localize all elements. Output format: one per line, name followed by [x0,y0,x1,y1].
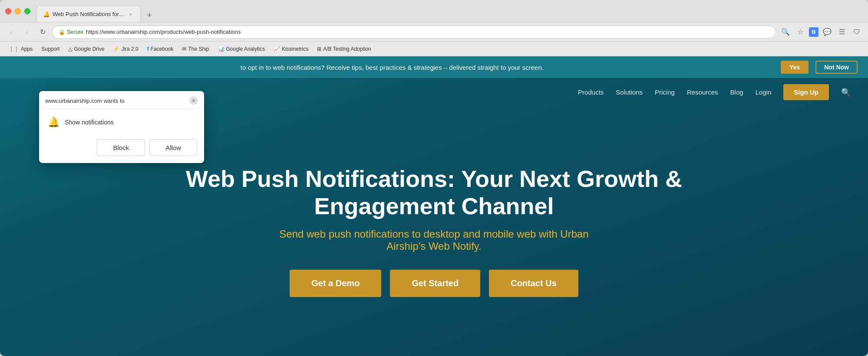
get-started-button[interactable]: Get Started [390,270,480,297]
nav-search-icon[interactable]: 🔍 [841,88,851,97]
nav-products[interactable]: Products [578,88,604,96]
get-demo-button[interactable]: Get a Demo [290,270,381,297]
block-button[interactable]: Block [97,139,145,156]
hero-buttons: Get a Demo Get Started Contact Us [290,270,578,297]
notification-yes-button[interactable]: Yes [781,61,809,74]
back-button[interactable]: ‹ [5,26,17,38]
title-bar: 🔔 Web Push Notifications for De × + [0,0,868,23]
search-icon[interactable]: 🔍 [779,26,792,38]
dialog-actions: Block Allow [39,136,204,163]
allow-button[interactable]: Allow [149,139,197,156]
bookmark-theship[interactable]: ✉ The Ship [178,45,212,53]
nav-pricing[interactable]: Pricing [655,88,675,96]
dialog-close-button[interactable]: × [189,96,198,105]
dialog-header: www.urbanairship.com wants to × [39,91,204,109]
facebook-icon: f [147,46,149,52]
secure-badge: 🔒 Secure [59,29,83,35]
theship-icon: ✉ [182,46,186,52]
tab-title: Web Push Notifications for De [53,11,125,17]
bookmark-abtesting[interactable]: ⊞ A/B Testing Adoption [314,45,375,53]
notification-banner-text: to opt in to web notifications? Receive … [10,64,774,71]
apps-icon: ⋮⋮ [9,46,19,52]
address-input[interactable]: 🔒 Secure https://www.urbanairship.com/pr… [52,26,776,39]
menu-extension-icon[interactable]: ☰ [836,26,848,38]
hero-title: Web Push Notifications: Your Next Growth… [174,165,695,219]
bookmark-facebook-label: Facebook [151,46,174,52]
address-bar: ‹ › ↻ 🔒 Secure https://www.urbanairship.… [0,23,868,42]
bookmarks-bar: ⋮⋮ Apps Support △ Google Drive ⚡ Jira 2.… [0,42,868,56]
bookmark-apps[interactable]: ⋮⋮ Apps [5,45,36,53]
googleanalytics-icon: 📊 [218,46,224,52]
bell-icon: 🔔 [48,117,59,128]
bookmark-googleanalytics[interactable]: 📊 Google Analytics [215,45,268,53]
bookmark-jira[interactable]: ⚡ Jira 2.0 [109,45,142,53]
close-traffic-light[interactable] [5,8,11,14]
shield-extension-icon[interactable]: 🛡 [851,26,863,38]
browser-window: 🔔 Web Push Notifications for De × + ‹ › … [0,0,868,356]
minimize-traffic-light[interactable] [15,8,21,14]
bookmark-kissmetrics[interactable]: 📈 Kissmetrics [270,45,312,53]
dialog-body: 🔔 Show notifications [39,109,204,136]
bookmark-support-label: Support [41,46,59,52]
forward-icon: › [26,28,28,36]
new-tab-button[interactable]: + [142,8,156,22]
notification-banner: to opt in to web notifications? Receive … [0,56,868,78]
bookmark-googleanalytics-label: Google Analytics [226,46,265,52]
bookmark-googledrive-label: Google Drive [74,46,104,52]
bookmark-facebook[interactable]: f Facebook [144,45,177,53]
bookmark-apps-label: Apps [21,46,33,52]
chat-extension-icon[interactable]: 💬 [821,26,833,38]
lock-icon: 🔒 [59,29,65,35]
active-tab[interactable]: 🔔 Web Push Notifications for De × [36,6,141,22]
secure-label: Secure [67,29,83,35]
forward-button[interactable]: › [21,26,33,38]
nav-signup-button[interactable]: Sign Up [783,84,829,100]
refresh-icon: ↻ [40,28,46,36]
permission-dialog: www.urbanairship.com wants to × 🔔 Show n… [39,91,204,163]
bookmark-abtesting-label: A/B Testing Adoption [323,46,371,52]
contact-us-button[interactable]: Contact Us [489,270,578,297]
refresh-button[interactable]: ↻ [36,26,49,38]
url-text[interactable]: https://www.urbanairship.com/products/we… [86,29,769,35]
kissmetrics-icon: 📈 [274,46,280,52]
nav-login[interactable]: Login [756,88,772,96]
bookmark-theship-label: The Ship [188,46,209,52]
bookmark-googledrive[interactable]: △ Google Drive [65,45,108,53]
tab-favicon: 🔔 [43,11,50,18]
page-content: to opt in to web notifications? Receive … [0,56,868,356]
notification-not-now-button[interactable]: Not Now [815,61,858,74]
nav-resources[interactable]: Resources [687,88,718,96]
extension-b-icon[interactable]: B [809,27,818,37]
tab-close-button[interactable]: × [127,11,134,18]
bookmark-star-icon[interactable]: ☆ [794,26,806,38]
abtesting-icon: ⊞ [317,46,321,52]
jira-icon: ⚡ [113,46,119,52]
back-icon: ‹ [10,28,12,36]
bookmark-kissmetrics-label: Kissmetrics [282,46,308,52]
maximize-traffic-light[interactable] [24,8,30,14]
tab-bar: 🔔 Web Push Notifications for De × + [36,0,863,22]
bookmark-support[interactable]: Support [38,45,63,53]
bookmark-jira-label: Jira 2.0 [121,46,138,52]
dialog-site-name: www.urbanairship.com wants to [45,98,125,104]
googledrive-icon: △ [68,46,72,52]
hero-subtitle: Send web push notifications to desktop a… [261,228,608,252]
nav-blog[interactable]: Blog [730,88,743,96]
dialog-body-text: Show notifications [65,119,114,126]
nav-solutions[interactable]: Solutions [616,88,643,96]
traffic-lights [5,8,30,14]
address-actions: 🔍 ☆ B 💬 ☰ 🛡 [779,26,863,38]
